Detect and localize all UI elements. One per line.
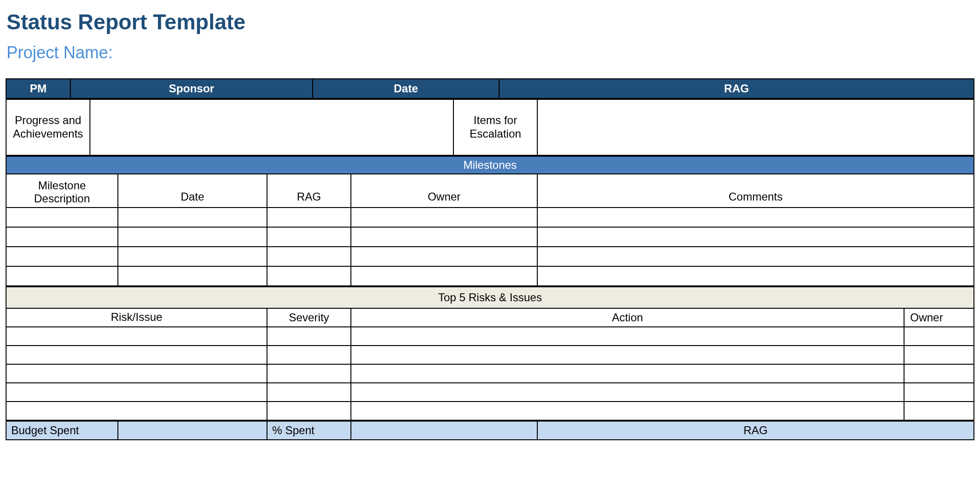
milestone-row[interactable] <box>6 247 974 266</box>
progress-escalation-table: Progress and Achievements Items for Esca… <box>6 99 974 156</box>
risk-row[interactable] <box>6 346 974 364</box>
risks-table: Top 5 Risks & Issues Risk/Issue Severity… <box>6 286 974 421</box>
risk-row[interactable] <box>6 402 974 420</box>
budget-pct-label: % Spent <box>267 421 351 440</box>
progress-label: Progress and Achievements <box>6 99 90 155</box>
milestones-table: Milestones Milestone Description Date RA… <box>6 156 974 286</box>
milestone-col-owner: Owner <box>351 174 537 208</box>
budget-table: Budget Spent % Spent RAG <box>6 421 974 440</box>
milestone-col-desc: Milestone Description <box>6 174 118 208</box>
milestone-col-comments: Comments <box>537 174 974 208</box>
risk-col-owner: Owner <box>904 308 974 327</box>
escalation-label: Items for Escalation <box>453 99 537 155</box>
risk-col-risk: Risk/Issue <box>6 308 267 327</box>
risk-col-severity: Severity <box>267 308 351 327</box>
risks-band: Top 5 Risks & Issues <box>6 287 974 308</box>
budget-spent-cell[interactable] <box>118 421 267 440</box>
risk-row[interactable] <box>6 383 974 402</box>
budget-rag-label: RAG <box>537 421 974 440</box>
escalation-cell[interactable] <box>537 99 974 155</box>
page-title: Status Report Template <box>7 9 974 35</box>
project-name-label: Project Name: <box>7 43 974 62</box>
hdr-date: Date <box>313 79 499 98</box>
hdr-rag: RAG <box>499 79 974 98</box>
risk-row[interactable] <box>6 327 974 346</box>
budget-spent-label: Budget Spent <box>6 421 118 440</box>
risk-col-action: Action <box>351 308 904 327</box>
milestones-band: Milestones <box>6 156 974 174</box>
milestone-col-rag: RAG <box>267 174 351 208</box>
milestone-row[interactable] <box>6 227 974 247</box>
hdr-pm: PM <box>6 79 70 98</box>
risk-row[interactable] <box>6 364 974 383</box>
progress-cell[interactable] <box>90 99 453 155</box>
milestone-col-date: Date <box>118 174 267 208</box>
budget-pct-cell[interactable] <box>351 421 537 440</box>
milestone-row[interactable] <box>6 208 974 227</box>
summary-header-table: PM Sponsor Date RAG <box>6 78 974 99</box>
milestone-row[interactable] <box>6 266 974 286</box>
hdr-sponsor: Sponsor <box>70 79 313 98</box>
